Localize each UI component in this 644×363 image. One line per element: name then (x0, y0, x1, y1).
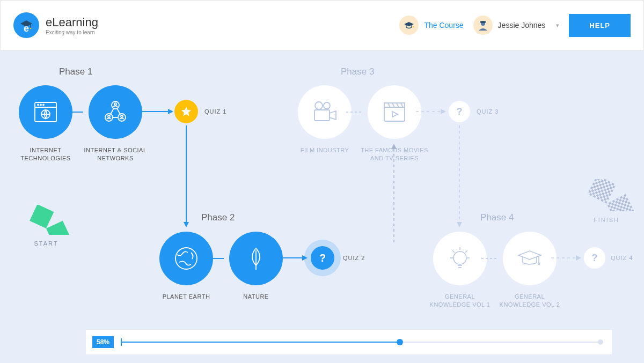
svg-line-52 (465, 250, 467, 253)
svg-marker-23 (168, 109, 173, 114)
svg-point-9 (43, 105, 44, 106)
progress-track (121, 342, 601, 343)
svg-point-27 (175, 248, 197, 269)
svg-point-34 (315, 102, 323, 109)
leaf-icon (229, 232, 283, 285)
globe-icon (159, 232, 213, 285)
node-nature[interactable]: NATURE (221, 232, 291, 301)
svg-point-20 (121, 115, 123, 117)
quiz-1[interactable]: QUIZ 1 (174, 100, 226, 123)
svg-marker-43 (392, 112, 398, 117)
graduation-cap-icon (399, 16, 419, 35)
svg-line-41 (397, 103, 399, 107)
svg-line-42 (401, 103, 403, 107)
node-gk-vol2[interactable]: GENERAL KNOWLEDGE VOL 2 (495, 232, 565, 309)
quiz-2[interactable]: ? QUIZ 2 (311, 246, 365, 270)
quiz-3[interactable]: ? QUIZ 3 (449, 101, 499, 122)
network-icon (89, 85, 142, 139)
svg-point-35 (324, 102, 330, 109)
graduation-cap-icon (503, 232, 557, 285)
svg-line-39 (388, 103, 390, 107)
svg-point-4 (480, 21, 486, 23)
svg-point-0 (30, 28, 32, 29)
phase-3-title: Phase 3 (341, 66, 374, 77)
svg-marker-46 (441, 109, 446, 114)
progress-percent-badge: 58% (92, 336, 114, 348)
logo-icon: e (13, 12, 39, 38)
brand[interactable]: e eLearning Exciting way to learn (13, 12, 98, 38)
finish-flags-icon (574, 179, 639, 211)
svg-line-51 (452, 250, 455, 253)
question-icon: ? (584, 247, 605, 269)
question-icon: ? (449, 101, 470, 122)
question-icon: ? (311, 246, 334, 270)
svg-point-58 (538, 263, 539, 264)
user-menu[interactable]: Jessie Johnes ▾ (473, 16, 560, 35)
star-icon (174, 100, 198, 123)
phase-4-title: Phase 4 (480, 212, 514, 223)
svg-line-15 (111, 108, 114, 114)
svg-line-40 (392, 103, 394, 107)
brand-subtitle: Exciting way to learn (46, 29, 98, 35)
browser-icon (19, 85, 72, 139)
camera-icon (298, 85, 352, 139)
progress-thumb[interactable] (397, 339, 403, 345)
start-flags-icon (19, 205, 73, 235)
start-marker: START (19, 205, 73, 247)
progress-bar[interactable]: 58% (86, 330, 612, 354)
svg-rect-63 (46, 221, 70, 235)
svg-marker-31 (302, 255, 308, 261)
node-movies-tv[interactable]: THE FAMOUS MOVIES AND TV SERIES (360, 85, 429, 163)
svg-rect-67 (606, 194, 635, 211)
avatar-icon (473, 16, 493, 35)
node-film-industry[interactable]: FILM INDUSTRY (290, 85, 360, 154)
svg-marker-48 (457, 222, 462, 227)
svg-point-19 (108, 115, 110, 117)
svg-point-49 (453, 251, 466, 264)
learning-path-board: Phase 1 Phase 3 Phase 2 Phase 4 INTERNET… (0, 50, 644, 329)
lightbulb-icon (433, 232, 487, 285)
svg-marker-24 (181, 107, 191, 116)
chevron-down-icon: ▾ (556, 22, 559, 29)
svg-point-7 (38, 105, 39, 106)
finish-marker: FINISH (574, 179, 639, 223)
help-button[interactable]: HELP (569, 14, 631, 37)
phase-2-title: Phase 2 (201, 212, 235, 223)
header: e eLearning Exciting way to learn The Co… (0, 0, 644, 50)
phase-1-title: Phase 1 (59, 66, 92, 77)
svg-rect-62 (30, 205, 54, 228)
svg-point-2 (413, 26, 414, 27)
clapperboard-icon (368, 85, 421, 139)
course-link[interactable]: The Course (399, 16, 463, 35)
svg-text:e: e (24, 23, 29, 34)
node-gk-vol1[interactable]: GENERAL KNOWLEDGE VOL 1 (425, 232, 495, 309)
svg-rect-66 (587, 179, 616, 204)
node-planet-earth[interactable]: PLANET EARTH (151, 232, 221, 301)
node-social-networks[interactable]: INTERNET & SOCIAL NETWORKS (80, 85, 150, 163)
svg-point-18 (114, 103, 116, 105)
node-internet-technologies[interactable]: INTERNET TECHNOLOGIES (11, 85, 80, 163)
brand-title: eLearning (46, 16, 98, 29)
svg-point-8 (40, 105, 41, 106)
svg-rect-37 (384, 107, 405, 121)
svg-rect-36 (314, 110, 330, 121)
svg-marker-26 (184, 222, 189, 227)
quiz-4[interactable]: ? QUIZ 4 (584, 247, 633, 269)
svg-marker-61 (576, 255, 581, 261)
svg-line-16 (117, 108, 120, 114)
